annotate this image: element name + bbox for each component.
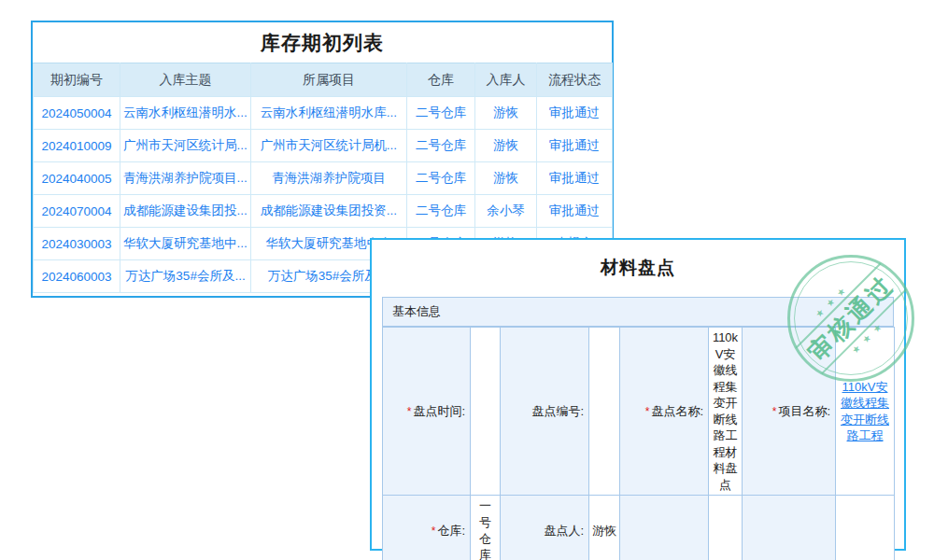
inventory-time-value[interactable] [471,328,501,496]
empty-value-cell [836,496,895,560]
cell-project: 成都能源建设集团投资... [251,195,407,228]
cell-id[interactable]: 2024010009 [34,130,120,162]
cell-id[interactable]: 2024070004 [34,195,120,228]
inventory-number-value[interactable] [589,328,620,496]
cell-warehouse: 二号仓库 [407,162,475,195]
required-marker: * [645,405,650,418]
col-header-id: 期初编号 [34,63,120,97]
basic-info-grid: *盘点时间: 盘点编号: *盘点名称: 110kV安徽线程集变开断线路工程材料盘… [382,327,895,560]
status-badge: 审批通过 [537,130,613,162]
cell-subject: 成都能源建设集团投... [120,195,251,228]
empty-value-cell [709,496,743,560]
cell-warehouse: 二号仓库 [407,130,475,162]
cell-warehouse: 二号仓库 [407,97,475,130]
col-header-person: 入库人 [475,63,537,97]
cell-subject: 广州市天河区统计局... [120,130,251,162]
material-inventory-panel: 材料盘点 基本信息 *盘点时间: 盘点编号: *盘点名称: 110kV安徽线程集… [370,238,906,551]
status-badge: 审批通过 [537,195,613,228]
cell-project: 广州市天河区统计局机... [251,130,407,162]
col-header-status: 流程状态 [537,63,613,97]
col-header-warehouse: 仓库 [407,63,475,97]
project-name-label: *项目名称: [743,328,836,496]
empty-label-cell [620,496,709,560]
empty-label-cell [743,496,836,560]
inventory-name-value: 110kV安徽线程集变开断线路工程材料盘点 [709,328,743,496]
status-badge: 审批通过 [537,162,613,195]
table-row[interactable]: 2024050004 云南水利枢纽潜明水... 云南水利枢纽潜明水库... 二号… [34,97,613,130]
required-marker: * [407,405,412,418]
form-title: 材料盘点 [372,240,904,297]
col-header-subject: 入库主题 [120,63,251,97]
section-header-basic-info: 基本信息 [382,297,894,327]
page-title: 库存期初列表 [33,22,612,63]
required-marker: * [772,405,777,418]
cell-subject: 青海洪湖养护院项目... [120,162,251,195]
inventory-number-label: 盘点编号: [501,328,589,496]
inventory-name-label: *盘点名称: [620,328,709,496]
col-header-project: 所属项目 [251,63,407,97]
cell-subject: 万达广场35#会所及... [120,260,251,293]
cell-id[interactable]: 2024050004 [34,97,120,130]
cell-person: 游恢 [475,162,537,195]
cell-subject: 华软大厦研究基地中... [120,228,251,260]
inventory-person-value: 游恢 [589,496,620,560]
table-row[interactable]: 2024070004 成都能源建设集团投... 成都能源建设集团投资... 二号… [34,195,613,228]
table-row[interactable]: 2024010009 广州市天河区统计局... 广州市天河区统计局机... 二号… [34,130,613,162]
table-header-row: 期初编号 入库主题 所属项目 仓库 入库人 流程状态 [34,63,613,97]
cell-person: 余小琴 [475,195,537,228]
project-name-value: 110kV安徽线程集变开断线路工程 [836,328,895,496]
cell-id[interactable]: 2024040005 [34,162,120,195]
required-marker: * [432,525,436,538]
cell-project: 云南水利枢纽潜明水库... [251,97,407,130]
cell-person: 游恢 [475,97,537,130]
cell-id[interactable]: 2024060003 [34,260,120,293]
project-link[interactable]: 110kV安徽线程集变开断线路工程 [841,380,889,443]
cell-id[interactable]: 2024030003 [34,228,120,260]
warehouse-label: *仓库: [383,496,471,560]
warehouse-value: 一号仓库 [471,496,501,560]
cell-person: 游恢 [475,130,537,162]
cell-warehouse: 二号仓库 [407,195,475,228]
status-badge: 审批通过 [537,97,613,130]
cell-subject: 云南水利枢纽潜明水... [120,97,251,130]
cell-project: 青海洪湖养护院项目 [251,162,407,195]
table-row[interactable]: 2024040005 青海洪湖养护院项目... 青海洪湖养护院项目 二号仓库 游… [34,162,613,195]
inventory-time-label: *盘点时间: [383,328,471,496]
inventory-person-label: 盘点人: [501,496,589,560]
